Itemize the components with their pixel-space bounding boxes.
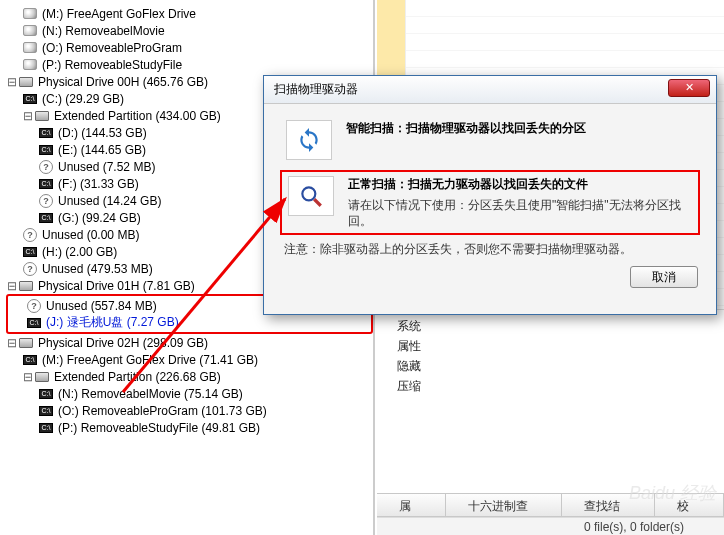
prop-hidden: 隐藏: [397, 356, 421, 376]
drive-n[interactable]: (N:) RemoveabelMovie: [6, 22, 373, 39]
drive-icon: [19, 338, 33, 348]
partition-icon: C:\: [23, 94, 37, 104]
cancel-button[interactable]: 取消: [630, 266, 698, 288]
smart-scan-title: 智能扫描：扫描物理驱动器以找回丢失的分区: [346, 121, 586, 135]
unknown-icon: ?: [39, 194, 53, 208]
partition-j-selected[interactable]: C:\(J:) 逯毛桃U盘 (7.27 GB): [10, 314, 369, 331]
tab-hex[interactable]: 十六进制查看: [446, 494, 563, 516]
normal-scan-title: 正常扫描：扫描无力驱动器以找回丢失的文件: [348, 177, 588, 191]
normal-scan-option[interactable]: 正常扫描：扫描无力驱动器以找回丢失的文件 请在以下情况下使用：分区丢失且使用"智…: [280, 170, 700, 235]
tab-properties[interactable]: 属性: [377, 494, 446, 516]
dialog-title: 扫描物理驱动器: [264, 76, 716, 104]
partition-n2[interactable]: C:\(N:) RemoveabelMovie (75.14 GB): [6, 385, 373, 402]
partition-icon: C:\: [39, 213, 53, 223]
unknown-icon: ?: [27, 299, 41, 313]
disk-icon: [23, 8, 37, 19]
partition-icon: C:\: [39, 406, 53, 416]
phys-drive-2[interactable]: ⊟Physical Drive 02H (298.09 GB): [6, 334, 373, 351]
drive-icon: [35, 372, 49, 382]
drive-icon: [35, 111, 49, 121]
disk-icon: [23, 25, 37, 36]
collapse-icon[interactable]: ⊟: [22, 109, 34, 123]
disk-icon: [23, 59, 37, 70]
svg-line-1: [314, 199, 321, 206]
collapse-icon[interactable]: ⊟: [22, 370, 34, 384]
magnifier-icon: [288, 176, 334, 216]
status-bar: 0 file(s), 0 folder(s): [377, 517, 724, 535]
partition-icon: C:\: [39, 128, 53, 138]
partition-icon: C:\: [23, 247, 37, 257]
scan-dialog: 扫描物理驱动器 ✕ 智能扫描：扫描物理驱动器以找回丢失的分区 正常扫描：扫描无力…: [263, 75, 717, 315]
prop-attr: 属性: [397, 336, 421, 356]
collapse-icon[interactable]: ⊟: [6, 75, 18, 89]
partition-o2[interactable]: C:\(O:) RemoveableProGram (101.73 GB): [6, 402, 373, 419]
close-button[interactable]: ✕: [668, 79, 710, 97]
partition-icon: C:\: [27, 318, 41, 328]
svg-point-0: [302, 187, 315, 200]
partition-m2[interactable]: C:\(M:) FreeAgent GoFlex Drive (71.41 GB…: [6, 351, 373, 368]
drive-icon: [19, 281, 33, 291]
drive-p[interactable]: (P:) RemoveableStudyFile: [6, 56, 373, 73]
partition-p2[interactable]: C:\(P:) RemoveableStudyFile (49.81 GB): [6, 419, 373, 436]
disk-icon: [23, 42, 37, 53]
prop-compress: 压缩: [397, 376, 421, 396]
unknown-icon: ?: [23, 228, 37, 242]
drive-o[interactable]: (O:) RemoveableProGram: [6, 39, 373, 56]
partition-icon: C:\: [39, 179, 53, 189]
prop-system: 系统: [397, 316, 421, 336]
property-list: 系统 属性 隐藏 压缩: [397, 316, 421, 396]
drive-icon: [19, 77, 33, 87]
partition-icon: C:\: [39, 389, 53, 399]
unknown-icon: ?: [39, 160, 53, 174]
unknown-icon: ?: [23, 262, 37, 276]
partition-icon: C:\: [39, 423, 53, 433]
watermark: Baidu 经验: [629, 481, 716, 505]
collapse-icon[interactable]: ⊟: [6, 336, 18, 350]
drive-m[interactable]: (M:) FreeAgent GoFlex Drive: [6, 5, 373, 22]
partition-icon: C:\: [39, 145, 53, 155]
normal-scan-desc: 请在以下情况下使用：分区丢失且使用"智能扫描"无法将分区找回。: [348, 197, 692, 229]
smart-scan-option[interactable]: 智能扫描：扫描物理驱动器以找回丢失的分区: [280, 116, 700, 164]
dialog-note: 注意：除非驱动器上的分区丢失，否则您不需要扫描物理驱动器。: [284, 241, 700, 257]
collapse-icon[interactable]: ⊟: [6, 279, 18, 293]
partition-icon: C:\: [23, 355, 37, 365]
ext-partition-2[interactable]: ⊟Extended Partition (226.68 GB): [6, 368, 373, 385]
refresh-icon: [286, 120, 332, 160]
